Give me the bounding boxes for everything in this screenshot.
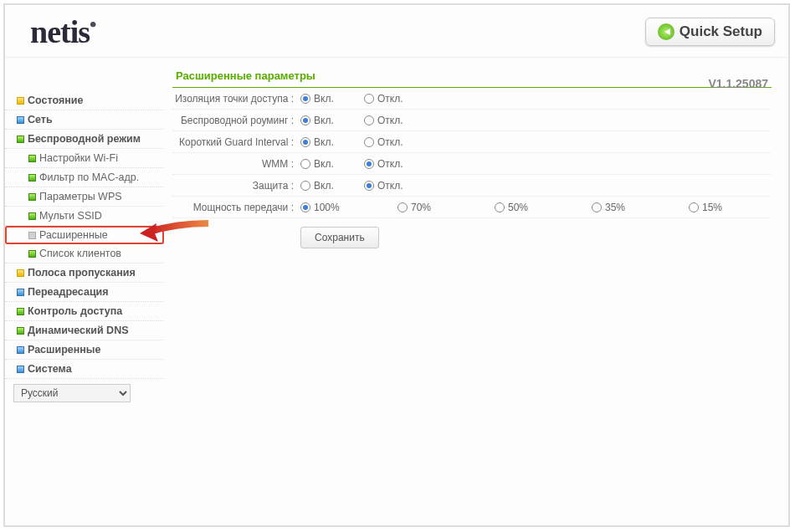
radio-option-on[interactable]: Вкл. (300, 136, 349, 148)
sidebar-item-label: Состояние (28, 95, 83, 106)
sidebar-subitem-label: Расширенные (39, 229, 108, 241)
bullet-icon (17, 136, 24, 143)
setting-label: WMM : (172, 158, 294, 170)
bullet-icon (28, 212, 36, 220)
radio-label: Вкл. (314, 136, 334, 148)
sidebar-item-label: Беспроводной режим (28, 133, 141, 145)
radio-label: Откл. (377, 180, 403, 192)
radio-option-on[interactable]: Вкл. (300, 115, 349, 126)
radio-label: Откл. (377, 115, 403, 126)
radio-option-off[interactable]: Откл. (364, 115, 413, 126)
radio-icon (364, 137, 374, 147)
radio-icon (300, 181, 310, 191)
bullet-icon (28, 250, 36, 258)
radio-icon (300, 202, 310, 212)
setting-row: WMM :Вкл.Откл. (172, 153, 772, 175)
sidebar-item[interactable]: Сеть (5, 110, 164, 130)
sidebar-subitem[interactable]: Фильтр по MAC-адр. (5, 168, 164, 187)
logo-dot: • (90, 13, 95, 35)
radio-icon (300, 159, 310, 169)
bullet-icon (17, 116, 24, 124)
radio-label: Вкл. (314, 93, 334, 105)
radio-label: Вкл. (314, 158, 334, 170)
sidebar-subitem[interactable]: Список клиентов (5, 244, 164, 263)
sidebar-item-label: Переадресация (28, 286, 109, 298)
radio-icon (364, 159, 374, 169)
radio-option-off[interactable]: Откл. (364, 93, 413, 105)
radio-icon (300, 115, 310, 125)
sidebar-item[interactable]: Состояние (5, 91, 164, 110)
sidebar-subitem[interactable]: Расширенные (5, 226, 164, 244)
setting-label: Мощность передачи : (172, 202, 294, 213)
quick-setup-button[interactable]: Quick Setup (645, 18, 775, 46)
setting-row: Беспроводной роуминг :Вкл.Откл. (172, 110, 772, 131)
radio-option-off[interactable]: Откл. (364, 180, 413, 192)
save-button[interactable]: Сохранить (300, 227, 379, 248)
sidebar-item[interactable]: Система (5, 360, 164, 379)
radio-label: Вкл. (314, 180, 334, 192)
setting-label: Короткий Guard Interval : (172, 136, 294, 148)
radio-option-power[interactable]: 15% (689, 202, 747, 213)
setting-row-txpower: Мощность передачи :100%70%50%35%15% (172, 197, 772, 218)
panel-title: Расширенные параметры (172, 66, 772, 88)
radio-label: 50% (508, 202, 528, 213)
setting-label: Защита : (172, 180, 294, 192)
radio-option-power[interactable]: 35% (592, 202, 650, 213)
radio-icon (364, 94, 374, 104)
bullet-icon (28, 232, 36, 239)
radio-icon (495, 202, 505, 212)
radio-icon (364, 115, 374, 125)
bullet-icon (17, 327, 24, 335)
sidebar-item[interactable]: Беспроводной режим (5, 130, 164, 149)
radio-icon (364, 181, 374, 191)
radio-icon (300, 94, 310, 104)
radio-label: 35% (605, 202, 625, 213)
firmware-version: V1.1.25087 (708, 77, 768, 90)
radio-label: 100% (314, 202, 340, 213)
language-select[interactable]: Русский (13, 384, 131, 402)
sidebar-item[interactable]: Переадресация (5, 283, 164, 302)
radio-icon (689, 202, 699, 212)
radio-icon (398, 202, 408, 212)
radio-option-on[interactable]: Вкл. (300, 93, 349, 105)
sidebar-item[interactable]: Динамический DNS (5, 321, 164, 340)
radio-option-on[interactable]: Вкл. (300, 180, 349, 192)
sidebar-item[interactable]: Полоса пропускания (5, 263, 164, 283)
sidebar-item-label: Расширенные (28, 344, 101, 356)
radio-icon (592, 202, 602, 212)
setting-row: Изоляция точки доступа :Вкл.Откл. (172, 88, 772, 110)
radio-option-off[interactable]: Откл. (364, 158, 413, 170)
bullet-icon (17, 269, 24, 277)
radio-option-off[interactable]: Откл. (364, 136, 413, 148)
radio-option-power[interactable]: 70% (398, 202, 456, 213)
radio-label: Вкл. (314, 115, 334, 126)
sidebar-item[interactable]: Контроль доступа (5, 302, 164, 321)
sidebar-subitem[interactable]: Мульти SSID (5, 207, 164, 226)
radio-label: 70% (411, 202, 431, 213)
sidebar-subitem-label: Настройки Wi-Fi (39, 152, 118, 164)
sidebar-subitem[interactable]: Параметры WPS (5, 187, 164, 207)
radio-label: Откл. (377, 136, 403, 148)
radio-option-on[interactable]: Вкл. (300, 158, 349, 170)
setting-label: Изоляция точки доступа : (172, 93, 294, 105)
sidebar-subitem-label: Параметры WPS (39, 191, 122, 202)
sidebar-item-label: Сеть (28, 114, 53, 125)
sidebar-subitem-label: Список клиентов (39, 248, 121, 259)
bullet-icon (28, 193, 36, 201)
sidebar-item-label: Полоса пропускания (28, 267, 136, 279)
sidebar-subitem[interactable]: Настройки Wi-Fi (5, 149, 164, 168)
sidebar-item-label: Контроль доступа (28, 305, 122, 317)
sidebar-item[interactable]: Расширенные (5, 340, 164, 360)
setting-label: Беспроводной роуминг : (172, 115, 294, 126)
sidebar-item-label: Система (28, 363, 72, 375)
sidebar: СостояниеСетьБеспроводной режимНастройки… (5, 58, 164, 523)
radio-label: Откл. (377, 158, 403, 170)
radio-option-power[interactable]: 50% (495, 202, 553, 213)
refresh-icon (658, 23, 674, 40)
sidebar-subitem-label: Фильтр по MAC-адр. (39, 171, 139, 183)
setting-row: Защита :Вкл.Откл. (172, 175, 772, 197)
quick-setup-label: Quick Setup (680, 23, 762, 40)
sidebar-item-label: Динамический DNS (28, 325, 129, 336)
radio-label: Откл. (377, 93, 403, 105)
radio-option-power[interactable]: 100% (300, 202, 359, 213)
